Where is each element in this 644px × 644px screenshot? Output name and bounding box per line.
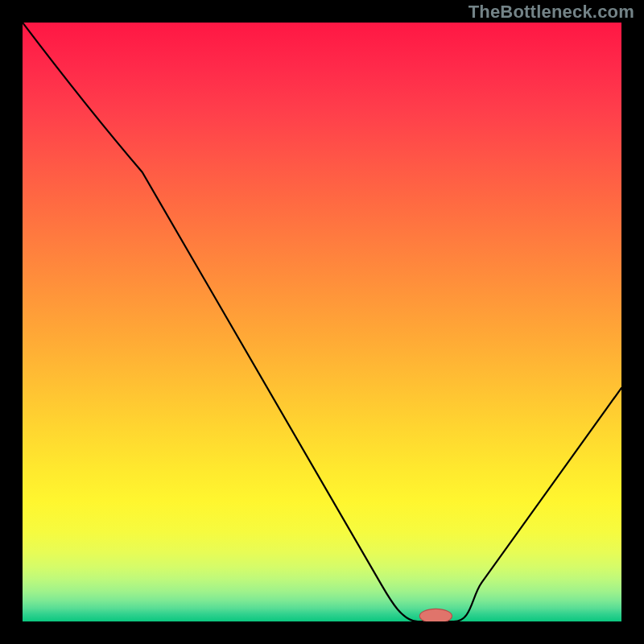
bottleneck-plot	[23, 23, 621, 621]
plot-background	[23, 23, 621, 621]
watermark-text: TheBottleneck.com	[469, 2, 634, 23]
chart-frame: TheBottleneck.com	[0, 0, 644, 644]
optimal-marker	[419, 609, 452, 621]
